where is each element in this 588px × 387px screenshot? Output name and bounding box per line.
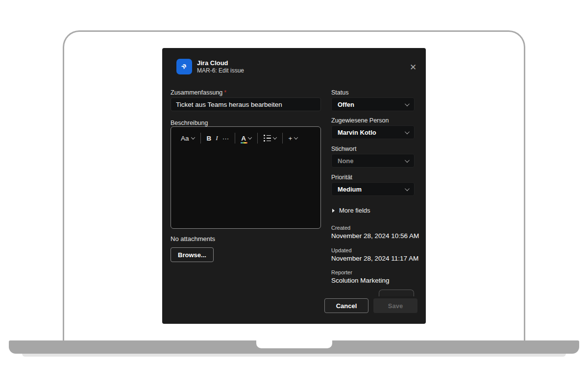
color-swatch-bar [241, 142, 247, 144]
toolbar-divider [257, 133, 258, 144]
reporter-label: Reporter [331, 269, 352, 275]
attachments-status: No attachments [171, 235, 215, 242]
chevron-down-icon [248, 135, 252, 139]
more-fields-expander[interactable]: More fields [332, 207, 370, 214]
text-color-button[interactable]: A [241, 135, 251, 142]
cancel-button[interactable]: Cancel [324, 298, 368, 313]
chevron-down-icon [191, 135, 195, 139]
created-value: November 28, 2024 10:56 AM [331, 232, 419, 240]
assignee-label: Zugewiesene Person [331, 117, 389, 124]
updated-label: Updated [331, 247, 352, 253]
page: » Jira Cloud MAR-6: Edit issue ✕ Zusamme… [0, 0, 588, 387]
summary-label: Zusammenfassung* [171, 89, 226, 96]
laptop-base-shadow [22, 354, 566, 357]
save-button[interactable]: Save [373, 298, 417, 313]
status-dropdown[interactable]: Offen [331, 97, 415, 111]
status-label: Status [331, 89, 348, 96]
toolbar-divider [200, 133, 201, 144]
jira-edit-issue-dialog: » Jira Cloud MAR-6: Edit issue ✕ Zusamme… [162, 48, 426, 324]
chevron-down-icon [272, 135, 276, 139]
more-formatting-icon[interactable]: ··· [222, 135, 229, 142]
assignee-dropdown[interactable]: Marvin Kotlo [331, 125, 415, 139]
bold-button[interactable]: B [207, 135, 212, 142]
list-button[interactable] [264, 135, 276, 142]
label-field-label: Stichwort [331, 145, 356, 152]
description-editor[interactable]: Aa B I ··· A [171, 126, 321, 229]
triangle-right-icon [332, 209, 335, 213]
chevron-down-icon [405, 101, 410, 106]
laptop-base [9, 340, 579, 354]
priority-dropdown[interactable]: Medium [331, 182, 415, 196]
bullet-list-icon [264, 135, 271, 142]
jira-logo-icon: » [176, 59, 192, 74]
editor-toolbar: Aa B I ··· A [171, 127, 320, 144]
text-style-button[interactable]: Aa [181, 135, 195, 142]
created-label: Created [331, 225, 350, 231]
dialog-subtitle: MAR-6: Edit issue [197, 67, 244, 74]
label-dropdown[interactable]: None [331, 154, 415, 168]
priority-label: Priorität [331, 174, 352, 181]
close-icon[interactable]: ✕ [407, 61, 419, 73]
description-label: Beschreibung [171, 120, 208, 126]
italic-button[interactable]: I [216, 134, 218, 142]
browse-button[interactable]: Browse... [171, 247, 214, 262]
reporter-value: Scolution Marketing [331, 277, 390, 284]
insert-button[interactable]: + [289, 135, 298, 142]
chevron-down-icon [405, 158, 410, 163]
laptop-notch [256, 340, 332, 348]
chevron-down-icon [294, 135, 298, 139]
chevron-down-icon [405, 129, 410, 134]
chevron-down-icon [405, 186, 410, 191]
toolbar-divider [282, 133, 283, 144]
toolbar-divider [235, 133, 235, 144]
app-title: Jira Cloud [197, 59, 244, 67]
dialog-header: Jira Cloud MAR-6: Edit issue [197, 59, 244, 74]
clipped-element [379, 290, 414, 296]
summary-input[interactable] [171, 97, 321, 111]
required-asterisk: * [224, 89, 226, 96]
updated-value: November 28, 2024 11:17 AM [331, 255, 418, 262]
